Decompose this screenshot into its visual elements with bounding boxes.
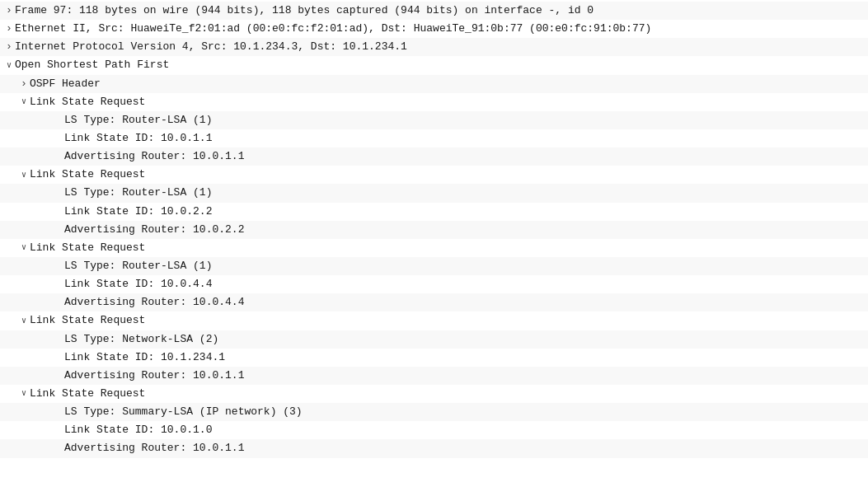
row-text-lsr3-adv-row: Advertising Router: 10.0.4.4 — [64, 294, 244, 311]
lsr3-row[interactable]: ∨Link State Request — [0, 239, 868, 257]
frame-row[interactable]: ›Frame 97: 118 bytes on wire (944 bits),… — [0, 2, 868, 20]
row-text-lsr1-row: Link State Request — [30, 94, 145, 110]
ethernet-row[interactable]: ›Ethernet II, Src: HuaweiTe_f2:01:ad (00… — [0, 20, 868, 38]
lsr2-id-row: Link State ID: 10.0.2.2 — [0, 203, 868, 221]
packet-tree: ›Frame 97: 118 bytes on wire (944 bits),… — [0, 0, 868, 460]
ip-row[interactable]: ›Internet Protocol Version 4, Src: 10.1.… — [0, 38, 868, 56]
row-text-lsr2-adv-row: Advertising Router: 10.0.2.2 — [64, 222, 244, 238]
row-text-lsr4-row: Link State Request — [30, 312, 145, 329]
lsr4-type-row: LS Type: Network-LSA (2) — [0, 330, 868, 349]
row-text-lsr5-adv-row: Advertising Router: 10.0.1.1 — [64, 440, 244, 457]
row-text-lsr3-id-row: Link State ID: 10.0.4.4 — [64, 276, 212, 293]
toggle-icon-lsr1-row[interactable]: ∨ — [18, 96, 30, 109]
lsr4-row[interactable]: ∨Link State Request — [0, 311, 868, 330]
toggle-icon-lsr2-row[interactable]: ∨ — [18, 169, 30, 182]
lsr2-row[interactable]: ∨Link State Request — [0, 166, 868, 184]
lsr1-adv-row: Advertising Router: 10.0.1.1 — [0, 147, 868, 166]
toggle-icon-ospf-row[interactable]: ∨ — [3, 59, 15, 73]
lsr3-adv-row: Advertising Router: 10.0.4.4 — [0, 293, 868, 311]
lsr4-adv-row: Advertising Router: 10.0.1.1 — [0, 367, 868, 385]
lsr2-type-row: LS Type: Router-LSA (1) — [0, 184, 868, 202]
row-text-lsr5-id-row: Link State ID: 10.0.1.0 — [64, 422, 212, 438]
toggle-icon-lsr5-row[interactable]: ∨ — [18, 387, 30, 400]
row-text-lsr5-type-row: LS Type: Summary-LSA (IP network) (3) — [64, 404, 303, 420]
row-text-lsr2-type-row: LS Type: Router-LSA (1) — [64, 185, 212, 201]
row-text-lsr4-adv-row: Advertising Router: 10.0.1.1 — [64, 368, 244, 384]
toggle-icon-frame-row[interactable]: › — [3, 2, 15, 19]
row-text-lsr4-type-row: LS Type: Network-LSA (2) — [64, 331, 218, 348]
row-text-ospf-row: Open Shortest Path First — [15, 57, 169, 73]
row-text-frame-row: Frame 97: 118 bytes on wire (944 bits), … — [15, 2, 594, 19]
row-text-lsr2-id-row: Link State ID: 10.0.2.2 — [64, 204, 212, 220]
row-text-lsr1-type-row: LS Type: Router-LSA (1) — [64, 112, 212, 129]
row-text-lsr4-id-row: Link State ID: 10.1.234.1 — [64, 349, 225, 366]
toggle-icon-lsr4-row[interactable]: ∨ — [18, 315, 30, 328]
row-text-lsr1-id-row: Link State ID: 10.0.1.1 — [64, 130, 212, 147]
lsr4-id-row: Link State ID: 10.1.234.1 — [0, 349, 868, 367]
row-text-lsr5-row: Link State Request — [30, 386, 145, 402]
row-text-lsr3-type-row: LS Type: Router-LSA (1) — [64, 258, 212, 274]
row-text-lsr3-row: Link State Request — [30, 240, 145, 256]
lsr5-type-row: LS Type: Summary-LSA (IP network) (3) — [0, 403, 868, 421]
toggle-icon-ethernet-row[interactable]: › — [3, 21, 15, 37]
row-text-ethernet-row: Ethernet II, Src: HuaweiTe_f2:01:ad (00:… — [15, 21, 651, 37]
toggle-icon-lsr3-row[interactable]: ∨ — [18, 241, 30, 255]
lsr3-type-row: LS Type: Router-LSA (1) — [0, 257, 868, 275]
lsr5-id-row: Link State ID: 10.0.1.0 — [0, 421, 868, 439]
row-text-ospf-header-row: OSPF Header — [30, 76, 101, 92]
row-text-ip-row: Internet Protocol Version 4, Src: 10.1.2… — [15, 39, 407, 55]
toggle-icon-ip-row[interactable]: › — [3, 39, 15, 55]
lsr1-type-row: LS Type: Router-LSA (1) — [0, 111, 868, 129]
lsr5-row[interactable]: ∨Link State Request — [0, 385, 868, 403]
lsr2-adv-row: Advertising Router: 10.0.2.2 — [0, 221, 868, 239]
lsr3-id-row: Link State ID: 10.0.4.4 — [0, 275, 868, 293]
ospf-header-row[interactable]: ›OSPF Header — [0, 75, 868, 93]
lsr1-id-row: Link State ID: 10.0.1.1 — [0, 129, 868, 147]
toggle-icon-ospf-header-row[interactable]: › — [18, 76, 30, 92]
row-text-lsr2-row: Link State Request — [30, 166, 145, 183]
ospf-row[interactable]: ∨Open Shortest Path First — [0, 56, 868, 74]
lsr5-adv-row: Advertising Router: 10.0.1.1 — [0, 439, 868, 457]
row-text-lsr1-adv-row: Advertising Router: 10.0.1.1 — [64, 148, 244, 165]
lsr1-row[interactable]: ∨Link State Request — [0, 93, 868, 111]
